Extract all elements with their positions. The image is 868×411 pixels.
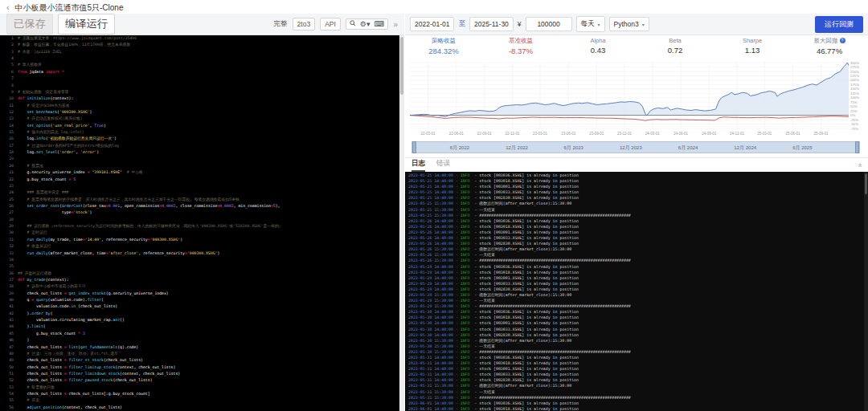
line-number: 20 [0, 163, 18, 169]
end-date-input[interactable]: 2025-11-30 [469, 17, 514, 31]
log-collapse-icon[interactable]: » [855, 163, 863, 167]
language-select[interactable]: Python3▾ [609, 17, 649, 31]
navigator-label: 12月 2023 [620, 144, 642, 152]
code-line: 19 [0, 156, 404, 162]
navigator-label: 12月 2022 [506, 144, 528, 152]
code-text: # 取需要的只数 [18, 385, 55, 391]
editor-scrollbar[interactable] [399, 35, 404, 411]
line-number: 33 [0, 250, 18, 257]
log-line: 2023-05-26 14:40:00 - INFO - stock [0030… [408, 230, 868, 235]
editor-scrollbar-thumb[interactable] [400, 37, 403, 95]
navigator-label: 6月 2024 [678, 144, 698, 152]
metric: 策略收益284.32% [405, 37, 482, 59]
log-output[interactable]: 2023-05-25 14:40:00 - INFO - stock [0030… [405, 172, 868, 411]
chart-range-navigator[interactable]: 6月 202212月 20226月 202312月 20236月 202412月… [411, 141, 860, 153]
code-line: 51 check_out_lists = filter_limitdown_st… [0, 371, 404, 377]
code-text: g.buy_stock_count * 3 [18, 331, 85, 337]
capital-input[interactable]: 100000 [526, 17, 572, 31]
log-line: 2023-05-30 15:30:00 - INFO - ###########… [408, 349, 868, 355]
line-number: 6 [0, 69, 18, 75]
line-number: 50 [0, 364, 18, 371]
line-number: 12 [0, 109, 18, 116]
keyboard-icon[interactable]: ⌨ [374, 20, 384, 28]
code-text: # 过滤掉order系列API产生的比error级别低的log [18, 143, 119, 149]
2to3-button[interactable]: 2to3 [293, 18, 316, 31]
log-tab[interactable]: 日志 [411, 159, 425, 172]
metric-value: 1.13 [714, 46, 791, 55]
svg-text:23-09-01: 23-09-01 [589, 132, 604, 136]
navigator-label: 6月 2022 [450, 144, 469, 152]
line-number: 13 [0, 116, 18, 122]
log-line: 2023-05-31 15:30:00 - INFO - ###########… [408, 395, 868, 401]
svg-text:275%: 275% [850, 65, 859, 69]
saved-button[interactable]: 已保存 [6, 14, 53, 35]
start-date-input[interactable]: 2022-01-01 [410, 17, 454, 31]
metric-label: Alpha [559, 37, 637, 44]
code-text: run_daily(my_trade, time='14:40', refere… [18, 237, 182, 243]
editor-toolbar: 已保存 编译运行 完整 2to3 API ⚙▾ ⌨ » [0, 14, 404, 35]
log-line: 2023-05-26 14:40:00 - INFO - stock [0030… [408, 218, 868, 224]
frequency-select[interactable]: 每天▾ [576, 16, 605, 32]
metric-value: 0.72 [637, 46, 714, 55]
line-number: 1 [0, 35, 18, 42]
code-text: set_order_cost(OrderCost(close_tax=0.001… [18, 203, 280, 210]
log-scrollbar-thumb[interactable] [865, 173, 867, 194]
svg-text:24-09-01: 24-09-01 [702, 132, 717, 136]
line-number: 34 [0, 257, 18, 263]
code-line: 52 check_out_lists = filter_paused_stock… [0, 377, 404, 384]
line-number: 45 [0, 331, 18, 337]
navigator-label: 12月 2024 [734, 144, 756, 152]
code-line: 20 # 股票池 [0, 163, 404, 169]
log-line: 2023-05-30 14:40:00 - INFO - stock [0030… [408, 309, 868, 315]
line-number: 16 [0, 136, 18, 142]
code-line: 46 ) [0, 337, 404, 344]
log-line: 2023-05-29 14:40:00 - INFO - stock [0030… [408, 270, 868, 275]
code-text: g.security_universe_index = "399101.XSHE… [18, 169, 143, 176]
code-line: 1# 克隆自聚宽文章：https://www.joinquant.com/pos… [0, 35, 404, 42]
code-line: 8 [0, 83, 404, 89]
svg-text:100%: 100% [850, 96, 859, 100]
log-line: 2023-05-30 14:40:00 - INFO - stock [0030… [408, 320, 868, 326]
line-number: 23 [0, 183, 18, 189]
line-number: 37 [0, 277, 18, 283]
info-icon[interactable]: ? [840, 38, 845, 43]
line-number: 38 [0, 283, 18, 290]
log-line: 2023-05-25 14:40:00 - INFO - stock [0030… [408, 178, 868, 184]
code-line: 39 check_out_lists = get_index_stocks(g.… [0, 291, 404, 297]
log-line: 2023-05-25 15:30:00 - INFO - 一天结束 [408, 207, 868, 213]
compile-run-button[interactable]: 编译运行 [58, 14, 115, 35]
code-line: 25 # 股票类每笔交易时的手续费是：买入时佣金万分之三，卖出时佣金万分之三加千… [0, 197, 404, 203]
code-text: q = query(valuation.code).filter( [18, 297, 104, 303]
code-text: valuation.circulating_market_cap.asc() [18, 317, 125, 324]
search-icon[interactable] [350, 20, 356, 28]
metric-label: Sharpe [714, 37, 791, 44]
svg-text:0%: 0% [850, 113, 855, 117]
gear-icon[interactable]: ⚙▾ [360, 20, 371, 28]
code-line: 16 log.info('初始函数开始运行且全局只运行一次') [0, 136, 404, 142]
navigator-handle-right[interactable] [855, 141, 859, 153]
code-text: set_option('use_real_price', True) [18, 123, 106, 129]
line-number: 46 [0, 337, 18, 344]
collapse-panel-icon[interactable]: » [393, 20, 398, 29]
run-backtest-button[interactable]: 运行回测 [815, 16, 863, 33]
svg-text:24-06-01: 24-06-01 [674, 132, 689, 136]
full-mode-button[interactable]: 完整 [274, 19, 288, 29]
line-number: 32 [0, 243, 18, 250]
navigator-handle-left[interactable] [412, 141, 416, 153]
code-line: 13 # 开启动态复权模式(真实价格) [0, 116, 404, 122]
line-number: 10 [0, 96, 18, 102]
log-line: 2023-05-31 14:40:00 - INFO - stock [0030… [408, 366, 868, 372]
code-text: g.buy_stock_count = 5 [18, 177, 76, 183]
svg-text:22-12-01: 22-12-01 [506, 132, 521, 136]
api-button[interactable]: API [320, 18, 341, 31]
code-line: 10def initialize(context): [0, 96, 404, 102]
code-text: check_out_lists = filter_limitup_stock(c… [18, 364, 175, 371]
code-editor[interactable]: 1# 克隆自聚宽文章：https://www.joinquant.com/pos… [0, 35, 404, 411]
svg-text:150%: 150% [850, 87, 859, 91]
log-tab[interactable]: 错误 [436, 159, 450, 172]
code-text: # 设定沪深300作为基准 [18, 103, 69, 109]
line-number: 19 [0, 156, 18, 162]
code-line: 22 g.buy_stock_count = 5 [0, 177, 404, 183]
log-scrollbar[interactable] [864, 172, 868, 411]
log-line: 2023-05-29 14:40:00 - INFO - stock [0030… [408, 275, 868, 281]
